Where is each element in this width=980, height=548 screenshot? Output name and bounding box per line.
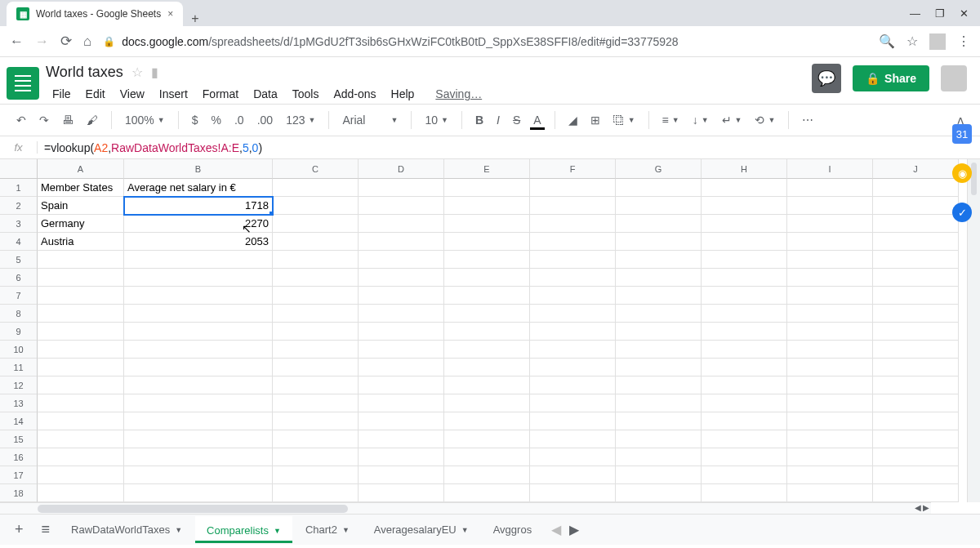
menu-help[interactable]: Help	[385, 84, 421, 104]
sheets-logo[interactable]	[7, 67, 39, 100]
forward-button[interactable]: →	[35, 33, 49, 50]
cell[interactable]	[273, 359, 359, 376]
cell[interactable]	[702, 215, 787, 233]
cell[interactable]	[124, 341, 273, 359]
cell[interactable]	[273, 251, 359, 269]
cell[interactable]	[359, 394, 444, 412]
cell[interactable]	[616, 251, 702, 269]
row-header[interactable]: 2	[0, 197, 38, 215]
cell[interactable]	[530, 466, 616, 484]
cell[interactable]	[530, 233, 616, 251]
scroll-right-icon[interactable]: ▶	[923, 503, 929, 512]
cell[interactable]	[787, 287, 873, 305]
cell[interactable]	[787, 251, 873, 269]
chevron-down-icon[interactable]: ▼	[274, 527, 281, 535]
add-sheet-button[interactable]: +	[7, 516, 32, 543]
cell[interactable]	[38, 305, 124, 323]
cell[interactable]	[444, 484, 530, 502]
cell[interactable]	[444, 323, 530, 341]
cell[interactable]	[359, 376, 444, 394]
chevron-down-icon[interactable]: ▼	[461, 526, 469, 534]
cell[interactable]	[530, 412, 616, 430]
row-header[interactable]: 11	[0, 359, 38, 376]
sheet-tab[interactable]: RawDataWorldTaxes▼	[60, 517, 194, 542]
cell[interactable]	[444, 394, 530, 412]
cell[interactable]	[38, 251, 124, 269]
cell[interactable]	[38, 394, 124, 412]
cell[interactable]	[530, 179, 616, 197]
fx-label[interactable]: fx	[0, 141, 38, 154]
bookmark-icon[interactable]: ☆	[906, 33, 918, 49]
cell[interactable]	[616, 287, 702, 305]
cell-A4[interactable]: Austria	[38, 233, 124, 251]
cell[interactable]	[444, 466, 530, 484]
new-tab-button[interactable]: +	[183, 11, 207, 26]
cell[interactable]	[530, 430, 616, 448]
browser-tab[interactable]: ▦ World taxes - Google Sheets ×	[7, 2, 183, 26]
cell-B4[interactable]: 2053	[124, 233, 273, 251]
cell[interactable]	[124, 394, 273, 412]
cell[interactable]	[273, 394, 359, 412]
cell[interactable]	[273, 466, 359, 484]
cell[interactable]	[530, 287, 616, 305]
cell[interactable]	[616, 448, 702, 466]
cell[interactable]	[702, 376, 787, 394]
cell[interactable]	[273, 197, 359, 215]
cell[interactable]	[873, 484, 959, 502]
cell[interactable]	[702, 430, 787, 448]
cell[interactable]	[616, 179, 702, 197]
cell[interactable]	[616, 359, 702, 376]
cell[interactable]	[616, 233, 702, 251]
cell[interactable]	[873, 233, 959, 251]
cell[interactable]	[616, 197, 702, 215]
cell[interactable]	[873, 448, 959, 466]
col-header[interactable]: B	[124, 159, 273, 179]
col-header[interactable]: I	[787, 159, 873, 179]
cell[interactable]	[702, 394, 787, 412]
sheet-tab[interactable]: Avggros	[482, 517, 543, 542]
row-header[interactable]: 18	[0, 484, 38, 502]
cell[interactable]	[787, 341, 873, 359]
cell[interactable]	[702, 323, 787, 341]
redo-button[interactable]: ↷	[34, 110, 54, 130]
number-format-select[interactable]: 123▼	[281, 110, 320, 130]
cell[interactable]	[273, 341, 359, 359]
cell[interactable]	[787, 197, 873, 215]
cell[interactable]	[616, 394, 702, 412]
borders-button[interactable]: ⊞	[586, 110, 605, 130]
row-header[interactable]: 7	[0, 287, 38, 305]
cell[interactable]	[359, 430, 444, 448]
cell[interactable]	[124, 484, 273, 502]
cell[interactable]	[359, 323, 444, 341]
cell[interactable]	[787, 394, 873, 412]
cell[interactable]	[702, 412, 787, 430]
sheet-tab[interactable]: AveragesalaryEU▼	[363, 517, 480, 542]
row-header[interactable]: 6	[0, 269, 38, 287]
cell[interactable]	[273, 287, 359, 305]
cell[interactable]	[359, 448, 444, 466]
cell[interactable]	[273, 269, 359, 287]
browser-menu-icon[interactable]: ⋮	[957, 33, 970, 49]
cell[interactable]	[702, 179, 787, 197]
cells-area[interactable]: Member States Average net salary in € Sp…	[38, 179, 967, 502]
close-tab-icon[interactable]: ×	[167, 8, 173, 20]
row-header[interactable]: 1	[0, 179, 38, 197]
star-icon[interactable]: ☆	[131, 65, 143, 80]
cell[interactable]	[702, 466, 787, 484]
reload-button[interactable]: ⟳	[60, 33, 72, 50]
cell-B3[interactable]: 2270	[124, 215, 273, 233]
tab-prev-icon[interactable]: ◀	[551, 522, 561, 537]
cell[interactable]	[124, 466, 273, 484]
cell[interactable]	[702, 341, 787, 359]
cell[interactable]	[359, 269, 444, 287]
cell[interactable]	[444, 179, 530, 197]
col-header[interactable]: A	[38, 159, 124, 179]
cell[interactable]	[873, 251, 959, 269]
menu-tools[interactable]: Tools	[286, 84, 326, 104]
cell[interactable]	[873, 430, 959, 448]
menu-addons[interactable]: Add-ons	[327, 84, 382, 104]
cell[interactable]	[359, 412, 444, 430]
percent-button[interactable]: %	[207, 110, 226, 130]
cell[interactable]	[702, 287, 787, 305]
strikethrough-button[interactable]: S	[508, 110, 525, 130]
